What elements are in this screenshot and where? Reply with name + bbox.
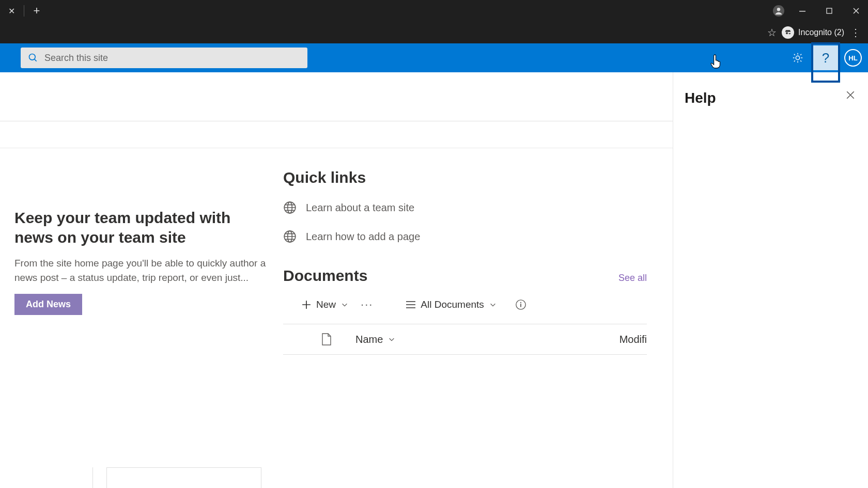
window-close-button[interactable] — [847, 2, 865, 20]
sub-banner-region — [0, 121, 673, 148]
view-selector-label: All Documents — [421, 299, 484, 310]
gear-icon — [792, 52, 803, 64]
documents-table-header: Name Modifi — [283, 324, 647, 355]
svg-rect-2 — [799, 11, 805, 12]
column-modified[interactable]: Modifi — [619, 334, 647, 345]
profile-avatar-icon[interactable] — [773, 5, 784, 17]
incognito-label: Incognito (2) — [798, 28, 844, 37]
search-input[interactable] — [44, 53, 300, 64]
globe-icon — [283, 201, 297, 214]
settings-button[interactable] — [785, 45, 810, 70]
new-button[interactable]: New — [302, 299, 348, 310]
svg-rect-3 — [827, 8, 832, 13]
svg-point-4 — [29, 54, 36, 60]
column-name-label: Name — [355, 334, 383, 345]
incognito-badge[interactable]: Incognito (2) — [782, 26, 844, 39]
quick-link-label: Learn how to add a page — [306, 231, 420, 243]
search-box[interactable] — [21, 48, 307, 68]
view-selector[interactable]: All Documents — [406, 299, 497, 310]
new-tab-button[interactable]: + — [29, 4, 44, 18]
help-pane: Help — [673, 72, 868, 488]
quick-link-item[interactable]: Learn how to add a page — [283, 230, 647, 243]
news-heading: Keep your team updated with news on your… — [14, 208, 273, 247]
tab-close-button[interactable]: ✕ — [4, 4, 19, 18]
close-icon — [846, 90, 855, 100]
help-button[interactable]: ? — [813, 45, 838, 70]
cursor-hand-icon — [710, 54, 723, 72]
svg-point-1 — [777, 8, 780, 11]
column-name[interactable]: Name — [355, 334, 395, 345]
new-button-label: New — [316, 299, 336, 310]
search-icon — [28, 53, 38, 63]
globe-icon — [283, 230, 297, 243]
browser-menu-icon[interactable]: ⋮ — [849, 26, 862, 39]
add-news-button[interactable]: Add News — [14, 294, 82, 315]
svg-point-10 — [520, 302, 521, 303]
quick-link-label: Learn about a team site — [306, 202, 414, 214]
documents-toolbar: New ··· All Documents — [283, 298, 647, 311]
banner-region — [0, 72, 673, 121]
app-header: ? HL — [0, 43, 868, 72]
main-area: Keep your team updated with news on your… — [0, 72, 673, 488]
bookmark-star-icon[interactable]: ☆ — [767, 26, 777, 39]
help-close-button[interactable] — [842, 87, 859, 103]
tab-strip: ✕ + — [0, 0, 868, 22]
question-icon: ? — [822, 50, 829, 66]
documents-heading: Documents — [283, 267, 367, 285]
quick-links-heading: Quick links — [283, 169, 647, 186]
quick-link-item[interactable]: Learn about a team site — [283, 201, 647, 214]
tab-divider — [24, 5, 24, 17]
news-section: Keep your team updated with news on your… — [14, 164, 273, 355]
chevron-down-icon — [388, 336, 395, 343]
news-description: From the site home page you'll be able t… — [14, 256, 273, 285]
right-column: Quick links Learn about a team site Lear… — [283, 164, 673, 355]
incognito-icon — [782, 26, 794, 39]
chevron-down-icon — [341, 301, 348, 308]
plus-icon — [302, 300, 311, 309]
more-actions-button[interactable]: ··· — [361, 298, 373, 311]
info-icon[interactable] — [515, 299, 526, 310]
browser-chrome: ✕ + ☆ Incognito (2) ⋮ — [0, 0, 868, 43]
window-maximize-button[interactable] — [820, 2, 838, 20]
see-all-link[interactable]: See all — [618, 273, 647, 284]
content-frame: Keep your team updated with news on your… — [0, 72, 868, 488]
news-tile[interactable] — [106, 467, 261, 488]
news-tiles — [0, 467, 261, 488]
help-pane-title: Help — [685, 90, 858, 106]
window-minimize-button[interactable] — [794, 2, 811, 20]
user-avatar[interactable]: HL — [844, 49, 862, 67]
address-bar: ☆ Incognito (2) ⋮ — [0, 22, 868, 43]
svg-rect-11 — [520, 304, 521, 307]
file-icon — [321, 333, 332, 345]
list-icon — [406, 301, 415, 308]
chevron-down-icon — [489, 301, 497, 308]
news-tile[interactable] — [0, 467, 93, 488]
